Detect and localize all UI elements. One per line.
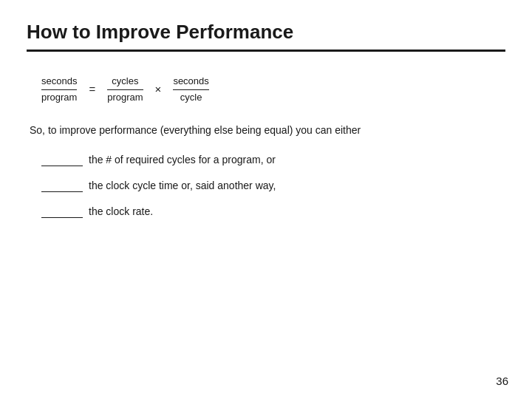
- list-item-3-text: the clock rate.: [89, 205, 153, 217]
- slide-container: How to Improve Performance seconds progr…: [0, 0, 532, 399]
- blank-1: [41, 154, 83, 166]
- page-title: How to Improve Performance: [27, 21, 505, 44]
- lhs-denominator: program: [41, 92, 77, 104]
- fraction-group: seconds program = cycles program × secon…: [41, 75, 209, 104]
- formula: seconds program = cycles program × secon…: [41, 74, 209, 104]
- list-section: the # of required cycles for a program, …: [41, 154, 505, 218]
- title-section: How to Improve Performance: [27, 21, 505, 52]
- list-item-1-text: the # of required cycles for a program, …: [89, 154, 276, 166]
- rhs1-numerator: cycles: [112, 75, 138, 88]
- fraction-line-rhs1: [107, 89, 143, 90]
- page-number: 36: [496, 375, 508, 387]
- fraction-lhs: seconds program: [41, 75, 77, 104]
- list-item-3: the clock rate.: [41, 205, 505, 218]
- list-item-2: the clock cycle time or, said another wa…: [41, 180, 505, 192]
- body-text: So, to improve performance (everything e…: [30, 124, 505, 136]
- fraction-line-lhs: [41, 89, 77, 90]
- fraction-line-rhs2: [173, 89, 208, 90]
- fraction-rhs1: cycles program: [107, 75, 143, 104]
- formula-area: seconds program = cycles program × secon…: [41, 66, 505, 111]
- lhs-numerator: seconds: [41, 75, 77, 88]
- fraction-rhs2: seconds cycle: [173, 75, 208, 104]
- list-item: the # of required cycles for a program, …: [41, 154, 505, 166]
- list-item-2-text: the clock cycle time or, said another wa…: [89, 180, 276, 191]
- rhs2-denominator: cycle: [180, 92, 202, 104]
- blank-3: [41, 205, 83, 218]
- blank-2: [41, 180, 83, 192]
- equals-sign: =: [89, 83, 95, 97]
- rhs1-denominator: program: [107, 92, 143, 104]
- times-sign: ×: [155, 83, 162, 97]
- rhs2-numerator: seconds: [173, 75, 208, 88]
